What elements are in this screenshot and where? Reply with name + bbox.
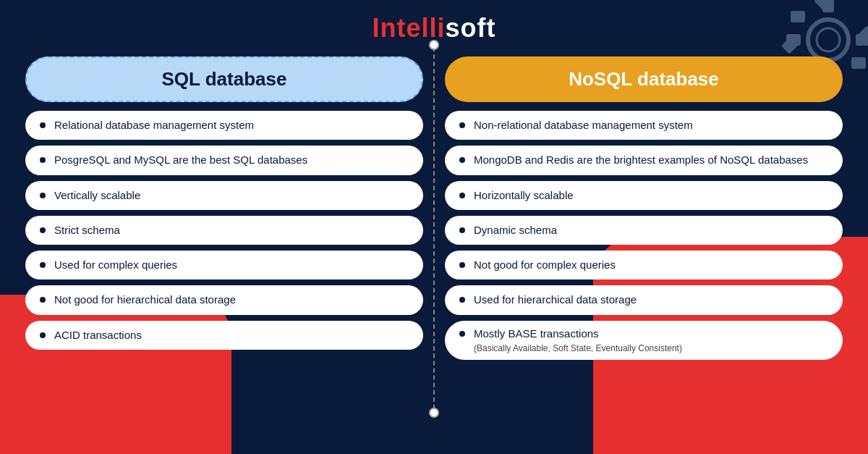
item-text: Non-relational database management syste…	[474, 118, 693, 133]
bullet-icon	[459, 193, 465, 198]
logo: Intellisoft	[0, 13, 868, 43]
item-text: Used for hierarchical data storage	[474, 293, 637, 307]
bullet-icon	[40, 193, 46, 198]
item-text: Used for complex queries	[54, 258, 177, 272]
header: Intellisoft	[0, 0, 868, 51]
list-item: Mostly BASE transactions (Basically Avai…	[445, 321, 843, 360]
logo-intelli: Intelli	[372, 13, 445, 43]
nosql-header: NoSQL database	[445, 56, 843, 102]
item-text: Vertically scalable	[54, 188, 140, 203]
item-text: Relational database management system	[54, 118, 254, 133]
bullet-icon	[40, 297, 46, 303]
item-text: PosgreSQL and MySQL are the best SQL dat…	[54, 153, 307, 167]
list-item: Horizontally scalable	[445, 181, 843, 210]
list-item: Vertically scalable	[25, 181, 423, 210]
sql-header: SQL database	[25, 56, 423, 102]
item-text: Not good for hierarchical data storage	[54, 293, 236, 307]
list-item: Relational database management system	[25, 111, 423, 140]
list-item: PosgreSQL and MySQL are the best SQL dat…	[25, 146, 423, 175]
list-item: Strict schema	[25, 216, 423, 245]
item-text: Strict schema	[54, 223, 120, 237]
center-divider	[433, 40, 435, 416]
item-text: Not good for complex queries	[474, 258, 616, 272]
sql-column: SQL database Relational database managem…	[14, 51, 434, 366]
item-text: Horizontally scalable	[474, 188, 574, 203]
item-text: Mostly BASE transactions	[474, 327, 599, 341]
bullet-icon	[40, 262, 46, 268]
list-item: Not good for complex queries	[445, 251, 843, 279]
list-item: ACID transactions	[25, 321, 423, 350]
bullet-icon	[459, 297, 465, 303]
list-item: Used for complex queries	[25, 251, 423, 279]
bullet-icon	[459, 331, 465, 337]
list-item: Dynamic schema	[445, 216, 843, 245]
nosql-title: NoSQL database	[468, 68, 820, 91]
bullet-icon	[459, 157, 465, 163]
item-text: MongoDB and Redis are the brightest exam…	[474, 153, 808, 167]
bullet-icon	[459, 122, 465, 128]
logo-soft: soft	[446, 13, 496, 43]
item-text: Dynamic schema	[474, 223, 557, 237]
bullet-icon	[40, 122, 46, 128]
item-text: ACID transactions	[54, 328, 142, 342]
nosql-column: NoSQL database Non-relational database m…	[434, 51, 854, 366]
item-subtext: (Basically Available, Soft State, Eventu…	[474, 343, 682, 353]
bullet-icon	[40, 157, 46, 163]
divider-dot-bottom	[429, 408, 439, 418]
bullet-icon	[459, 262, 465, 268]
bullet-icon	[459, 227, 465, 233]
bullet-icon	[40, 227, 46, 233]
sql-title: SQL database	[48, 68, 400, 91]
list-item: MongoDB and Redis are the brightest exam…	[445, 146, 843, 175]
list-item: Not good for hierarchical data storage	[25, 285, 423, 314]
list-item: Used for hierarchical data storage	[445, 285, 843, 314]
bullet-icon	[40, 332, 46, 338]
list-item: Non-relational database management syste…	[445, 111, 843, 140]
